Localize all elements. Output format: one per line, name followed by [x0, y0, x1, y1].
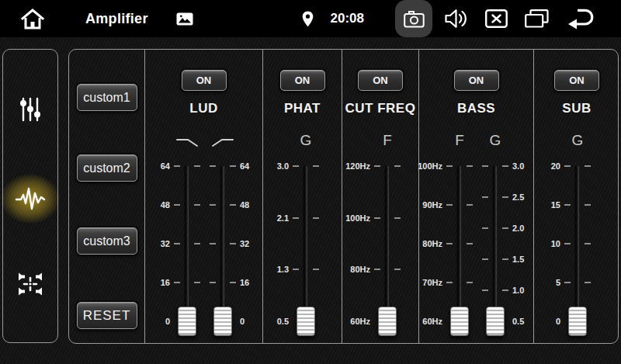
scale-tick — [467, 204, 473, 206]
camera-button[interactable] — [395, 0, 432, 37]
preset-custom2-button[interactable]: custom2 — [77, 154, 137, 182]
phat-on-button[interactable]: ON — [280, 70, 325, 91]
scale-label: 90Hz — [404, 201, 442, 210]
scale-tick — [446, 204, 453, 206]
scale-label: 10 — [522, 240, 560, 248]
sidebar-item-equalizer[interactable] — [12, 182, 49, 216]
scale-tick — [313, 165, 319, 167]
scale-tick — [230, 204, 236, 206]
sub-fader-track-0[interactable] — [576, 166, 578, 323]
volume-icon[interactable] — [445, 9, 468, 29]
scale-tick — [210, 282, 216, 283]
amplifier-panel: custom1 custom2 custom3 RESET ONLUD64483… — [68, 49, 619, 344]
cutfreq-fader-track-0[interactable] — [386, 166, 388, 323]
scale-tick — [293, 165, 299, 167]
preset-custom3-button[interactable]: custom3 — [77, 227, 137, 255]
scale-tick — [502, 196, 508, 198]
scale-label: 20 — [522, 162, 560, 171]
cutfreq-fader-handle-0[interactable] — [378, 307, 397, 336]
clock: 20:08 — [331, 11, 364, 26]
scale-tick — [502, 289, 508, 291]
channel-bass: ONBASSF100Hz90Hz80Hz70Hz60HzG3.02.52.01.… — [418, 50, 533, 343]
scale-label: 0 — [131, 317, 170, 326]
channel-phat: ONPHATG3.02.11.30.5 — [262, 50, 342, 343]
scale-tick — [564, 243, 571, 244]
scale-label: 60Hz — [331, 317, 370, 326]
scale-label: 70Hz — [404, 279, 442, 287]
scale-tick — [194, 243, 200, 244]
page-title: Amplifier — [85, 11, 148, 27]
back-icon[interactable] — [566, 7, 596, 30]
lud-fader-handle-0[interactable] — [178, 307, 196, 336]
scale-tick — [194, 165, 200, 167]
scale-label: 64 — [131, 162, 170, 171]
lud-fader-track-1[interactable] — [221, 166, 224, 323]
sidebar-item-speakers[interactable] — [12, 267, 49, 301]
scale-tick — [482, 289, 488, 291]
lud-fader-handle-1[interactable] — [213, 307, 232, 336]
presets-column: custom1 custom2 custom3 RESET — [69, 50, 144, 343]
phat-fader-handle-0[interactable] — [297, 307, 315, 336]
phat-fader-track-0[interactable] — [304, 166, 307, 323]
channel-title: BASS — [419, 101, 533, 116]
scale-tick — [446, 243, 453, 244]
bass-fader-track-1[interactable] — [494, 166, 496, 323]
scale-tick — [293, 217, 299, 219]
channel-lud: ONLUD644832160644832160 — [144, 50, 262, 343]
scale-tick — [467, 282, 473, 283]
scale-label: 5 — [522, 279, 560, 287]
home-icon[interactable] — [20, 7, 45, 30]
scale-tick — [174, 243, 180, 244]
scale-label: 1.3 — [250, 265, 289, 274]
camera-icon — [404, 10, 425, 28]
scale-tick — [564, 282, 571, 283]
scale-label: 0 — [522, 317, 560, 326]
speaker-config-icon — [16, 272, 44, 296]
scale-label: 60Hz — [404, 317, 442, 326]
scale-label: 15 — [522, 201, 560, 210]
bass-fader-track-0[interactable] — [458, 166, 460, 323]
channel-title: LUD — [145, 101, 262, 116]
scale-tick — [394, 269, 401, 270]
scale-tick — [210, 243, 216, 244]
scale-tick — [467, 165, 473, 167]
cutfreq-band-label: F — [370, 132, 404, 149]
bass-fader-handle-1[interactable] — [486, 307, 505, 336]
scale-label: 100Hz — [404, 162, 442, 171]
bass-band-label: F — [442, 132, 477, 149]
scale-tick — [194, 282, 200, 283]
scale-tick — [482, 227, 488, 229]
scale-tick — [502, 165, 508, 167]
channel-title: SUB — [534, 101, 619, 116]
scale-tick — [394, 165, 401, 167]
scale-tick — [585, 165, 591, 167]
preset-custom1-button[interactable]: custom1 — [77, 84, 137, 111]
scale-label: 100Hz — [331, 214, 370, 223]
scale-tick — [230, 282, 236, 283]
close-icon[interactable] — [485, 9, 508, 28]
bass-on-button[interactable]: ON — [454, 70, 499, 91]
location-icon[interactable] — [302, 11, 314, 27]
scale-tick — [174, 165, 180, 167]
scale-tick — [230, 165, 236, 167]
cutfreq-on-button[interactable]: ON — [358, 70, 403, 91]
scale-tick — [313, 217, 319, 219]
scale-label: 16 — [131, 279, 170, 287]
scale-tick — [374, 269, 380, 270]
recents-icon[interactable] — [525, 9, 549, 28]
sub-on-button[interactable]: ON — [554, 70, 599, 91]
lud-fader-track-0[interactable] — [186, 166, 188, 323]
scale-tick — [446, 165, 453, 167]
scale-tick — [502, 227, 508, 229]
lud-on-button[interactable]: ON — [182, 70, 227, 91]
sidebar-item-mixer[interactable] — [12, 92, 49, 127]
bass-fader-handle-0[interactable] — [450, 307, 469, 336]
shelf-down-icon — [175, 137, 199, 148]
reset-button[interactable]: RESET — [77, 302, 137, 329]
sub-fader-handle-0[interactable] — [568, 307, 587, 336]
scale-tick — [585, 204, 591, 206]
gallery-icon[interactable] — [176, 12, 193, 26]
scale-tick — [394, 217, 401, 219]
scale-label: 32 — [131, 240, 170, 248]
status-bar: Amplifier 20:08 — [0, 0, 621, 37]
